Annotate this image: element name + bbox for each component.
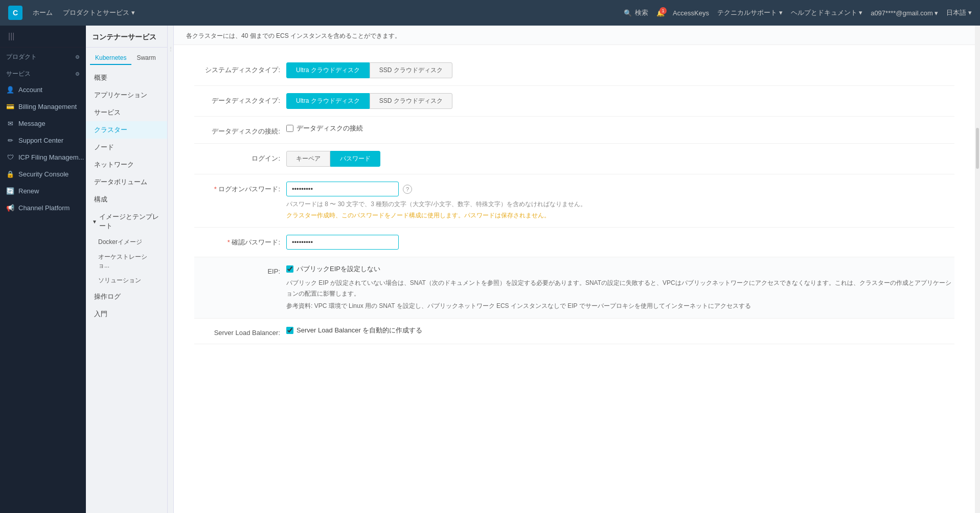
system-disk-btn-group: Ultra クラウドディスク SSD クラウドディスク [286,62,954,78]
sidebar-item-renew[interactable]: 🔄 Renew [0,183,86,199]
sidebar-item-images-group[interactable]: ▼ イメージとテンプレート [86,208,167,235]
scrollbar-thumb[interactable] [976,128,979,169]
sidebar-item-label: Message [18,120,45,127]
sub-sidebar-tabs: Kubernetes Swarm [86,48,167,65]
logo[interactable]: C [8,6,22,20]
nav-language[interactable]: 日本語 ▾ [946,8,972,17]
search-icon: 🔍 [624,9,632,17]
sidebar-toggle[interactable]: ||| [0,26,86,48]
sidebar-item-label: Support Center [18,137,63,144]
confirm-password-control [286,235,954,250]
sidebar-item-support[interactable]: ✏ Support Center [0,132,86,149]
system-disk-label: システムディスクタイプ: [194,62,286,75]
data-disk-connect-checkbox-label[interactable]: データディスクの接続 [286,124,954,133]
logon-password-input[interactable] [286,182,399,196]
account-icon: 👤 [6,86,14,94]
nav-help-docs[interactable]: ヘルプとドキュメント ▾ [791,8,863,17]
search-button[interactable]: 🔍 検索 [624,8,648,17]
sidebar-item-icp[interactable]: 🛡 ICP Filing Managem... [0,149,86,166]
confirm-password-input[interactable] [286,235,399,250]
sidebar-item-operation-log[interactable]: 操作ログ [86,288,167,305]
confirm-password-label: * 確認パスワード: [194,235,286,247]
slb-checkbox-label[interactable]: Server Load Balancer を自動的に作成する [286,326,954,335]
channel-icon: 📢 [6,204,14,212]
system-disk-row: システムディスクタイプ: Ultra クラウドディスク SSD クラウドディスク [194,55,954,86]
password-help-icon[interactable]: ? [403,185,412,194]
billing-icon: 💳 [6,103,14,110]
data-disk-connect-control: データディスクの接続 [286,124,954,133]
eip-label: EIP: [194,264,286,275]
chevron-down-icon: ▾ [968,9,972,16]
login-password-btn[interactable]: パスワード [330,151,380,167]
eip-note-1: パブリック EIP が設定されていない場合は、SNAT（次のドキュメントを参照）… [286,278,954,299]
required-mark2: * [227,238,230,246]
tab-kubernetes[interactable]: Kubernetes [90,52,131,65]
sidebar-item-overview[interactable]: 概要 [86,69,167,86]
slb-row: Server Load Balancer: Server Load Balanc… [194,319,954,344]
sub-sidebar: コンテナーサービス Kubernetes Swarm 概要 アプリケーション サ… [86,26,168,513]
logon-password-row: * ログオンパスワード: ? パスワードは 8 〜 30 文字で、3 種類の文字… [194,174,954,228]
sidebar-item-service[interactable]: サービス [86,104,167,121]
slb-checkbox[interactable] [286,327,293,334]
sidebar-resize-handle[interactable]: ⋮ [168,26,174,513]
sidebar-item-account[interactable]: 👤 Account [0,81,86,98]
nav-tech-support[interactable]: テクニカルサポート ▾ [717,8,783,17]
sidebar-item-node[interactable]: ノード [86,139,167,156]
sidebar-item-datavolume[interactable]: データボリューム [86,173,167,191]
nav-products[interactable]: プロダクトとサービス ▾ [63,8,135,17]
nav-user[interactable]: a097****@gmail.com ▾ [871,9,938,17]
chevron-down-icon: ▼ [92,219,97,225]
sidebar-item-config[interactable]: 構成 [86,191,167,208]
data-disk-ssd-btn[interactable]: SSD クラウドディスク [370,93,452,109]
sidebar-item-network[interactable]: ネットワーク [86,156,167,173]
sidebar-item-label: Account [18,86,42,94]
tab-swarm[interactable]: Swarm [131,52,161,65]
eip-checkbox-text: パブリックEIPを設定しない [297,264,380,274]
sub-sidebar-title: コンテナーサービス [86,26,167,48]
slb-checkbox-text: Server Load Balancer を自動的に作成する [297,326,422,335]
login-control: キーペア パスワード [286,151,954,167]
nav-right: 🔍 検索 🔔 1 AccessKeys テクニカルサポート ▾ ヘルプとドキュメ… [624,8,972,17]
sidebar-item-channel[interactable]: 📢 Channel Platform [0,199,86,216]
sidebar-section-services[interactable]: サービス ⚙ [0,64,86,81]
sidebar-section-products-label: プロダクト [6,53,37,61]
system-disk-ultra-btn[interactable]: Ultra クラウドディスク [286,62,370,78]
notification-bell[interactable]: 🔔 1 [656,9,665,17]
notification-badge: 1 [659,7,667,14]
right-scrollbar[interactable] [975,26,980,513]
sidebar-section-services-label: サービス [6,70,31,78]
nav-home[interactable]: ホーム [33,8,53,17]
sidebar-item-app[interactable]: アプリケーション [86,86,167,104]
sidebar-item-solutions[interactable]: ソリューション [86,273,167,288]
cluster-note: 各クラスターには、40 個までの ECS インスタンスを含めることができます。 [174,26,975,45]
sidebar-item-message[interactable]: ✉ Message [0,115,86,132]
data-disk-ultra-btn[interactable]: Ultra クラウドディスク [286,93,370,109]
login-keypair-btn[interactable]: キーペア [286,151,330,167]
sidebar-item-cluster[interactable]: クラスター [86,121,167,139]
sidebar-item-security[interactable]: 🔒 Security Console [0,166,86,183]
eip-checkbox-label[interactable]: パブリックEIPを設定しない [286,264,954,274]
data-disk-connect-checkbox-text: データディスクの接続 [297,124,363,133]
sidebar-item-docker-images[interactable]: Dockerイメージ [86,235,167,250]
data-disk-btn-group: Ultra クラウドディスク SSD クラウドディスク [286,93,954,109]
eip-checkbox[interactable] [286,265,293,273]
sidebar-section-products[interactable]: プロダクト ⚙ [0,48,86,64]
data-disk-control: Ultra クラウドディスク SSD クラウドディスク [286,93,954,109]
logon-password-wrap: ? [286,182,954,196]
sidebar-item-billing[interactable]: 💳 Billing Management [0,98,86,115]
eip-control: パブリックEIPを設定しない パブリック EIP が設定されていない場合は、SN… [286,264,954,311]
main-content: 各クラスターには、40 個までの ECS インスタンスを含めることができます。 … [174,26,975,513]
nav-access-keys[interactable]: AccessKeys [673,9,709,17]
data-disk-connect-checkbox[interactable] [286,125,293,132]
sidebar-item-label: Security Console [18,170,69,178]
renew-icon: 🔄 [6,187,14,195]
sidebar-item-intro[interactable]: 入門 [86,305,167,323]
chevron-down-icon: ▾ [779,9,783,16]
sidebar-item-orchestration[interactable]: オーケストレーショ... [86,250,167,273]
password-hint: パスワードは 8 〜 30 文字で、3 種類の文字（大文字/小文字、数字、特殊文… [286,199,954,209]
system-disk-ssd-btn[interactable]: SSD クラウドディスク [370,62,452,78]
left-sidebar: ||| プロダクト ⚙ サービス ⚙ 👤 Account 💳 Billing M… [0,26,86,513]
message-icon: ✉ [6,120,14,127]
slb-label: Server Load Balancer: [194,326,286,337]
chevron-right-icon: ⚙ [75,54,80,60]
